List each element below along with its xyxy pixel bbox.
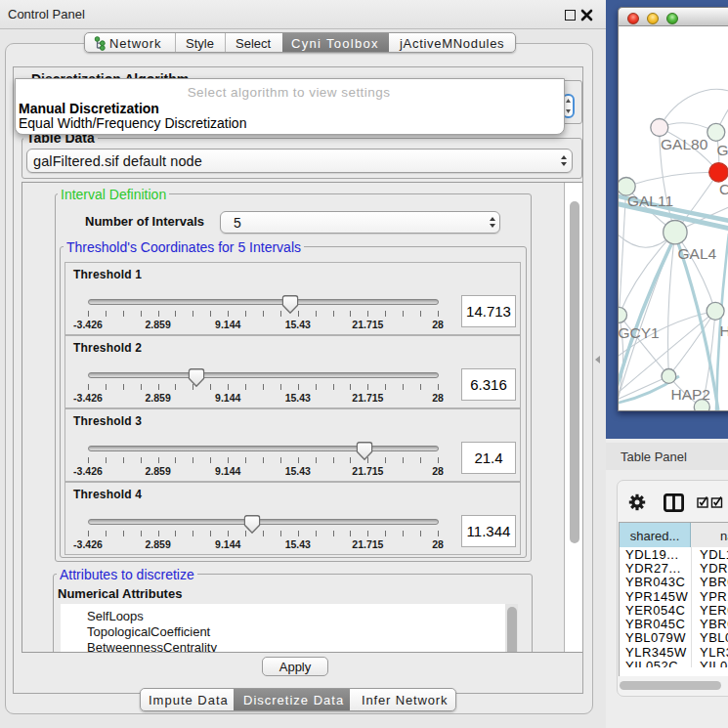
svg-text:GA: GA: [717, 142, 728, 158]
svg-text:C: C: [719, 181, 728, 197]
svg-text:GAL11: GAL11: [627, 193, 673, 209]
svg-text:GAL80: GAL80: [661, 136, 708, 152]
svg-text:GAL4: GAL4: [678, 245, 717, 262]
svg-text:H: H: [720, 322, 728, 339]
svg-text:HAP2: HAP2: [671, 386, 711, 403]
svg-text:GCY1: GCY1: [619, 324, 660, 341]
